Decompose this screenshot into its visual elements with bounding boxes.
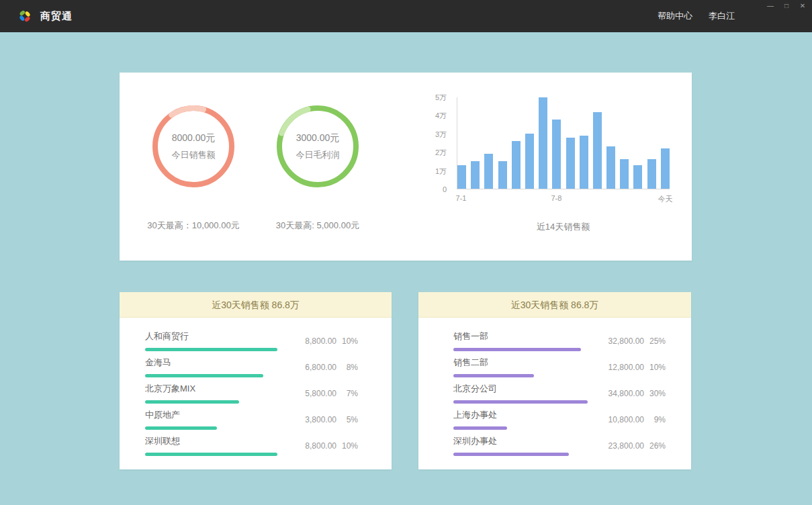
maximize-button[interactable]: □ bbox=[782, 2, 791, 10]
chart-bar bbox=[512, 141, 521, 189]
y-axis-tick-label: 1万 bbox=[435, 167, 447, 175]
row-percent: 10% bbox=[336, 336, 358, 346]
dashboard: 8000.00元 今日销售额 30天最高：10,000.00元 3000.00元… bbox=[0, 32, 812, 505]
app-header: 商贸通 帮助中心 李白江 bbox=[0, 0, 812, 32]
bar-chart-title: 近14天销售额 bbox=[457, 221, 670, 233]
row-progress-bar bbox=[453, 426, 507, 430]
sales-list-row: 深圳办事处23,800.0026% bbox=[453, 432, 666, 459]
sales-list-row: 北京万象MIX5,800.007% bbox=[145, 380, 358, 406]
sales-list-row: 深圳联想8,800.0010% bbox=[145, 432, 358, 459]
chart-bar bbox=[552, 120, 561, 189]
sales-list-row: 销售一部32,800.0025% bbox=[453, 328, 666, 354]
row-percent: 30% bbox=[644, 389, 666, 398]
row-amount: 8,800.00 bbox=[294, 336, 336, 346]
row-amount: 12,800.00 bbox=[601, 363, 644, 372]
row-label: 人和商贸行 bbox=[145, 330, 284, 342]
row-label: 销售一部 bbox=[453, 330, 592, 342]
row-label: 北京分公司 bbox=[453, 383, 592, 395]
today-sales-label: 今日销售额 bbox=[172, 149, 216, 161]
chart-bar bbox=[484, 154, 493, 189]
departments-card-title: 近30天销售额 86.8万 bbox=[418, 292, 691, 318]
row-progress-bar bbox=[453, 348, 581, 351]
row-label: 北京万象MIX bbox=[145, 383, 284, 395]
today-sales-30day-max: 30天最高：10,000.00元 bbox=[130, 220, 257, 232]
row-progress-bar bbox=[145, 374, 263, 377]
sales-list-row: 金海马6,800.008% bbox=[145, 354, 358, 380]
row-amount: 8,800.00 bbox=[294, 441, 336, 451]
chart-bar bbox=[620, 159, 629, 189]
customers-rows: 人和商贸行8,800.0010%金海马6,800.008%北京万象MIX5,80… bbox=[120, 318, 392, 459]
row-percent: 5% bbox=[336, 415, 358, 424]
sales-list-row: 上海办事处10,800.009% bbox=[453, 406, 666, 432]
help-center-link[interactable]: 帮助中心 bbox=[658, 10, 692, 22]
chart-bar bbox=[539, 97, 547, 189]
row-progress-bar bbox=[145, 453, 277, 456]
chart-bar bbox=[606, 146, 615, 189]
sales-list-row: 中原地产3,800.005% bbox=[145, 406, 358, 432]
user-menu[interactable]: 李白江 bbox=[709, 10, 735, 22]
today-profit-30day-max: 30天最高: 5,000.00元 bbox=[254, 220, 381, 232]
row-label: 中原地产 bbox=[145, 409, 284, 421]
y-axis-tick-label: 2万 bbox=[435, 148, 447, 156]
today-profit-widget: 3000.00元 今日毛利润 30天最高: 5,000.00元 bbox=[254, 103, 381, 232]
chart-bar bbox=[593, 112, 602, 189]
sales-bar-chart: 5万4万3万2万1万0 7-17-8今天 近14天销售额 bbox=[457, 97, 670, 233]
chart-bar bbox=[457, 165, 466, 189]
row-label: 深圳联想 bbox=[145, 435, 284, 447]
row-amount: 5,800.00 bbox=[294, 389, 336, 398]
summary-card: 8000.00元 今日销售额 30天最高：10,000.00元 3000.00元… bbox=[120, 73, 692, 261]
window-controls: — □ ✕ bbox=[766, 2, 807, 10]
close-button[interactable]: ✕ bbox=[799, 2, 807, 10]
row-label: 金海马 bbox=[145, 357, 284, 369]
x-axis-tick-label: 7-8 bbox=[551, 194, 561, 202]
today-sales-value: 8000.00元 bbox=[172, 132, 216, 144]
x-axis-tick-label: 今天 bbox=[658, 194, 673, 204]
x-axis-tick-label: 7-1 bbox=[456, 194, 467, 202]
y-axis-tick-label: 5万 bbox=[435, 93, 447, 101]
x-axis: 7-17-8今天 bbox=[457, 194, 670, 205]
chart-bar bbox=[580, 136, 588, 189]
chart-bar bbox=[471, 161, 480, 189]
row-progress-bar bbox=[453, 374, 534, 377]
today-profit-ring-center: 3000.00元 今日毛利润 bbox=[274, 103, 361, 190]
row-label: 销售二部 bbox=[453, 357, 592, 369]
row-percent: 25% bbox=[644, 336, 666, 346]
row-percent: 7% bbox=[336, 389, 358, 398]
departments-sales-card: 近30天销售额 86.8万 销售一部32,800.0025%销售二部12,800… bbox=[418, 292, 691, 469]
app-title: 商贸通 bbox=[40, 10, 73, 23]
bar-series bbox=[457, 97, 670, 189]
chart-bar bbox=[498, 161, 507, 189]
row-amount: 32,800.00 bbox=[601, 336, 644, 346]
departments-rows: 销售一部32,800.0025%销售二部12,800.0010%北京分公司34,… bbox=[418, 318, 691, 459]
app-window: — □ ✕ 商贸通 帮助中心 李白江 bbox=[0, 0, 812, 505]
row-label: 深圳办事处 bbox=[453, 435, 592, 447]
row-amount: 6,800.00 bbox=[294, 363, 336, 372]
row-percent: 9% bbox=[644, 415, 666, 424]
customers-card-title: 近30天销售额 86.8万 bbox=[120, 292, 392, 318]
today-sales-widget: 8000.00元 今日销售额 30天最高：10,000.00元 bbox=[130, 103, 257, 232]
row-progress-bar bbox=[453, 453, 569, 456]
row-percent: 26% bbox=[644, 441, 666, 451]
pinwheel-logo-icon bbox=[17, 9, 32, 24]
today-sales-ring-center: 8000.00元 今日销售额 bbox=[150, 103, 237, 190]
y-axis: 5万4万3万2万1万0 bbox=[424, 97, 452, 189]
titlebar: — □ ✕ 商贸通 帮助中心 李白江 bbox=[0, 0, 812, 32]
sales-list-row: 销售二部12,800.0010% bbox=[453, 354, 666, 380]
chart-bar bbox=[647, 159, 656, 189]
customers-sales-card: 近30天销售额 86.8万 人和商贸行8,800.0010%金海马6,800.0… bbox=[120, 292, 392, 469]
row-amount: 10,800.00 bbox=[601, 415, 644, 424]
minimize-button[interactable]: — bbox=[766, 2, 774, 10]
row-progress-bar bbox=[145, 426, 217, 430]
chart-bar bbox=[633, 165, 642, 189]
row-progress-bar bbox=[145, 400, 239, 404]
today-profit-label: 今日毛利润 bbox=[296, 149, 340, 161]
row-amount: 34,800.00 bbox=[601, 389, 644, 398]
row-amount: 23,800.00 bbox=[601, 441, 644, 451]
row-percent: 10% bbox=[336, 441, 358, 451]
row-progress-bar bbox=[453, 400, 588, 404]
chart-bar bbox=[566, 138, 575, 189]
today-profit-value: 3000.00元 bbox=[296, 132, 340, 144]
bar-chart-plot-area: 5万4万3万2万1万0 bbox=[457, 97, 670, 189]
y-axis-tick-label: 3万 bbox=[435, 130, 447, 138]
y-axis-tick-label: 0 bbox=[443, 185, 447, 193]
